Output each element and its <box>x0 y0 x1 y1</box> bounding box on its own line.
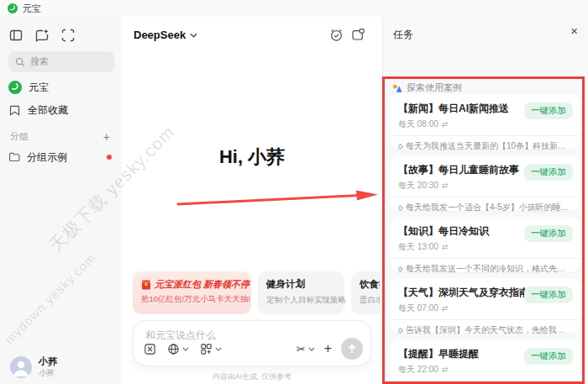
unread-dot <box>107 155 112 160</box>
open-panel-icon[interactable] <box>351 28 365 42</box>
sparkle-icon <box>398 266 403 271</box>
profile-text: 小荞 小荞 <box>39 355 57 378</box>
repeat-icon: ⇄ <box>442 366 449 374</box>
sparkle-icon <box>398 143 403 149</box>
search-input[interactable]: 搜索 <box>8 51 114 72</box>
task-schedule-row: 每天 13:00⇄ <box>398 241 572 253</box>
one-click-add-button[interactable]: 一键添加 <box>524 348 573 365</box>
task-reminder-icon[interactable] <box>329 28 344 42</box>
collapse-sidebar-icon[interactable] <box>9 29 23 42</box>
promo-subtitle: 定制个人目标实现策略 <box>266 295 336 306</box>
tasks-panel-title: 任务 <box>393 28 413 42</box>
card-divider <box>390 381 580 381</box>
task-desc: 每天为我推送当天最新的【10条】科技新闻，全网搜... <box>406 140 572 152</box>
apps-grid-plus-icon <box>200 343 213 355</box>
tasks-panel: 任务 × 探索使用案例 【新闻】每日AI新闻推送 每天 08:00⇄ 一键添加 … <box>382 17 588 384</box>
profile-subname: 小荞 <box>39 368 57 378</box>
task-desc-row: 告诉我【深圳】今天的天气状态，先给我一句早安问... <box>398 324 572 336</box>
deep-think-toggle[interactable] <box>144 343 156 355</box>
sidebar-item-yuanbao[interactable]: 元宝 <box>8 78 114 97</box>
send-button[interactable] <box>341 338 363 360</box>
explore-section-label: 探索使用案例 <box>407 82 462 94</box>
promo-card-fitness[interactable]: 健身计划 定制个人目标实现策略 <box>258 271 344 314</box>
task-card[interactable]: 【新闻】每日AI新闻推送 每天 08:00⇄ 一键添加 每天为我推送当天最新的【… <box>390 94 580 150</box>
profile-name: 小荞 <box>39 355 57 367</box>
greeting-text: Hi, 小荞 <box>122 145 382 170</box>
task-card[interactable]: 【知识】每日冷知识 每天 13:00⇄ 一键添加 每天给我发送一个不同的冷知识，… <box>390 217 580 272</box>
model-selector[interactable]: DeepSeek <box>134 29 197 41</box>
promo-subtitle: 抢10亿红包!万元小马卡天天抽! <box>141 294 243 305</box>
task-card[interactable]: 【提醒】早睡提醒 每天 22:00⇄ 一键添加 每晚以贴心小助手的语气提醒我准备… <box>390 339 580 384</box>
task-schedule: 每天 13:00 <box>398 241 438 253</box>
close-icon[interactable]: × <box>570 24 578 37</box>
promo-title-row: 元宝派红包 新春领不停 <box>141 278 243 291</box>
add-group-button[interactable]: + <box>103 131 110 143</box>
user-profile[interactable]: 小荞 小荞 <box>10 355 57 378</box>
repeat-icon: ⇄ <box>442 121 449 129</box>
task-schedule-row: 每天 08:00⇄ <box>398 118 572 130</box>
globe-icon <box>167 343 180 355</box>
screenshot-tool-menu[interactable]: ✂ <box>297 344 315 355</box>
sidebar-item-group-example[interactable]: 分组示例 <box>8 148 112 166</box>
task-desc-row: 每天给我发送一个不同的冷知识，格式先显示今日的... <box>398 263 572 275</box>
sidebar-item-label: 元宝 <box>29 81 49 95</box>
card-divider <box>390 135 580 136</box>
task-card[interactable]: 【天气】深圳天气及穿衣指南 每天 07:00⇄ 一键添加 告诉我【深圳】今天的天… <box>390 278 580 334</box>
repeat-icon: ⇄ <box>442 244 449 251</box>
new-chat-icon[interactable] <box>35 29 49 42</box>
promo-title: 元宝派红包 新春领不停 <box>155 278 249 291</box>
one-click-add-button[interactable]: 一键添加 <box>524 164 573 181</box>
input-toolbar-left <box>144 343 222 355</box>
sidebar: 搜索 元宝 全部收藏 分组 + 分组示例 小荞 小荞 <box>0 17 122 384</box>
sparkle-icon <box>398 327 403 333</box>
chevron-down-icon <box>215 347 222 351</box>
task-desc: 每天给我发送一个不同的冷知识，格式先显示今日的... <box>406 263 572 275</box>
app-window: 元宝 搜索 元宝 全部收藏 分组 + 分组示例 <box>0 0 588 384</box>
chevron-down-icon <box>182 347 189 351</box>
one-click-add-button[interactable]: 一键添加 <box>524 225 573 242</box>
app-title: 元宝 <box>23 3 41 15</box>
skills-menu[interactable] <box>200 343 222 355</box>
task-card-list: 【新闻】每日AI新闻推送 每天 08:00⇄ 一键添加 每天为我推送当天最新的【… <box>390 94 580 384</box>
avatar <box>10 356 32 378</box>
task-schedule: 每天 08:00 <box>398 118 438 130</box>
task-schedule-row: 每天 22:00⇄ <box>398 364 572 376</box>
yuanbao-logo-icon <box>8 81 22 94</box>
one-click-add-button[interactable]: 一键添加 <box>524 287 573 303</box>
task-schedule-row: 每天 07:00⇄ <box>398 302 572 314</box>
message-input[interactable]: 和元宝说点什么 ✂ <box>133 320 371 366</box>
task-desc: 每天给我发一个适合【4-5岁】小孩听的睡前故事，每... <box>406 202 572 213</box>
task-card[interactable]: 【故事】每日儿童睡前故事 每天 20:30⇄ 一键添加 每天给我发一个适合【4-… <box>390 155 580 211</box>
yuanbao-logo-icon <box>8 3 18 13</box>
repeat-icon: ⇄ <box>442 182 449 190</box>
task-desc-row: 每天为我推送当天最新的【10条】科技新闻，全网搜... <box>398 140 572 152</box>
chat-main: DeepSeek Hi, 小荞 元宝派红包 新春领不停 抢10亿红包!万元小马卡… <box>122 17 382 384</box>
web-search-toggle[interactable] <box>167 343 189 355</box>
promo-title: 饮食搭 <box>360 278 380 291</box>
screenshot-icon[interactable] <box>61 29 75 42</box>
group-item-label: 分组示例 <box>27 150 67 165</box>
box-x-icon <box>144 343 156 355</box>
model-name: DeepSeek <box>134 29 186 41</box>
bookmark-icon <box>8 104 21 117</box>
promo-card-diet[interactable]: 饮食搭 蛋白水 <box>351 271 380 314</box>
sidebar-item-favorites[interactable]: 全部收藏 <box>8 101 114 119</box>
promo-card-redpacket[interactable]: 元宝派红包 新春领不停 抢10亿红包!万元小马卡天天抽! <box>133 271 251 314</box>
repeat-icon: ⇄ <box>442 305 449 313</box>
chevron-down-icon <box>190 33 197 38</box>
input-toolbar: ✂ + <box>144 338 363 360</box>
sparkle-icon <box>398 204 403 210</box>
attach-button[interactable]: + <box>324 342 332 355</box>
one-click-add-button[interactable]: 一键添加 <box>524 103 573 119</box>
task-schedule: 每天 07:00 <box>398 302 438 314</box>
card-divider <box>390 258 580 259</box>
chevron-down-icon <box>308 347 315 351</box>
promo-subtitle: 蛋白水 <box>360 295 380 306</box>
task-schedule: 每天 20:30 <box>398 180 438 192</box>
input-toolbar-right: ✂ + <box>297 338 363 360</box>
red-packet-icon <box>141 280 151 290</box>
groups-section-header: 分组 + <box>10 130 110 143</box>
task-desc-row: 每天给我发一个适合【4-5岁】小孩听的睡前故事，每... <box>398 202 572 213</box>
promo-row: 元宝派红包 新春领不停 抢10亿红包!万元小马卡天天抽! 健身计划 定制个人目标… <box>133 271 380 316</box>
card-divider <box>390 319 580 320</box>
